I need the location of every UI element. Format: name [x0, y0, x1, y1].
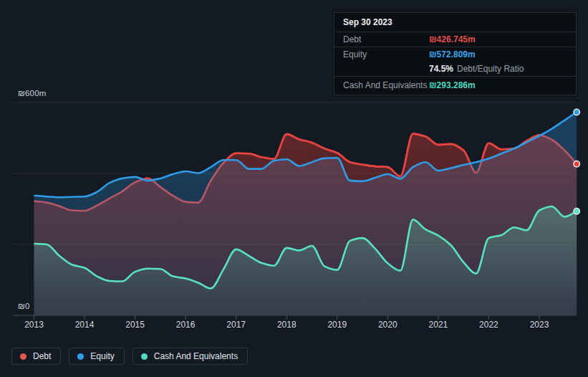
- tooltip-cash-value: ₪293.286m: [429, 80, 476, 90]
- tooltip-row-ratio: 74.5% Debt/Equity Ratio: [334, 62, 576, 77]
- cash-endpoint-marker: [574, 209, 579, 214]
- tooltip-debt-label: Debt: [334, 34, 429, 44]
- legend-label-cash: Cash And Equivalents: [154, 351, 238, 361]
- tooltip-cash-label: Cash And Equivalents: [334, 80, 429, 90]
- cash-dot-icon: [141, 353, 148, 360]
- legend-item-debt[interactable]: Debt: [11, 348, 61, 365]
- x-axis-label: 2015: [118, 320, 153, 330]
- equity-dot-icon: [77, 353, 84, 360]
- tooltip: Sep 30 2023 Debt ₪426.745m Equity ₪572.8…: [334, 12, 577, 95]
- x-axis-label: 2016: [168, 320, 203, 330]
- x-axis-label: 2023: [522, 320, 556, 330]
- x-axis-label: 2019: [320, 320, 355, 330]
- legend-label-equity: Equity: [90, 351, 114, 361]
- tooltip-row-equity: Equity ₪572.809m: [334, 47, 576, 62]
- x-axis-label: 2017: [219, 320, 254, 330]
- tooltip-equity-value: ₪572.809m: [429, 49, 476, 59]
- x-axis-label: 2021: [421, 320, 456, 330]
- legend: Debt Equity Cash And Equivalents: [11, 348, 248, 365]
- y-axis-label-600m: ₪600m: [18, 89, 47, 97]
- legend-label-debt: Debt: [33, 351, 51, 361]
- legend-item-equity[interactable]: Equity: [69, 348, 124, 365]
- tooltip-ratio-label: Debt/Equity Ratio: [457, 64, 524, 74]
- x-axis-label: 2022: [471, 320, 506, 330]
- y-axis-label-0: ₪0: [18, 302, 30, 310]
- tooltip-date: Sep 30 2023: [334, 13, 576, 32]
- x-axis-label: 2020: [370, 320, 405, 330]
- debt-dot-icon: [20, 353, 26, 360]
- equity-endpoint-marker: [574, 109, 579, 115]
- tooltip-ratio-value: 74.5%: [429, 64, 453, 74]
- x-axis-label: 2018: [269, 320, 304, 330]
- x-axis-label: 2013: [17, 320, 52, 330]
- chart-panel: ₪600m ₪0 2013201420152016201720182019202…: [0, 0, 588, 377]
- x-axis-label: 2014: [67, 320, 102, 330]
- tooltip-row-debt: Debt ₪426.745m: [334, 32, 576, 47]
- tooltip-row-cash: Cash And Equivalents ₪293.286m: [334, 77, 576, 95]
- debt-endpoint-marker: [574, 161, 579, 167]
- legend-item-cash[interactable]: Cash And Equivalents: [132, 348, 248, 365]
- tooltip-equity-label: Equity: [334, 49, 429, 59]
- tooltip-debt-value: ₪426.745m: [429, 34, 476, 44]
